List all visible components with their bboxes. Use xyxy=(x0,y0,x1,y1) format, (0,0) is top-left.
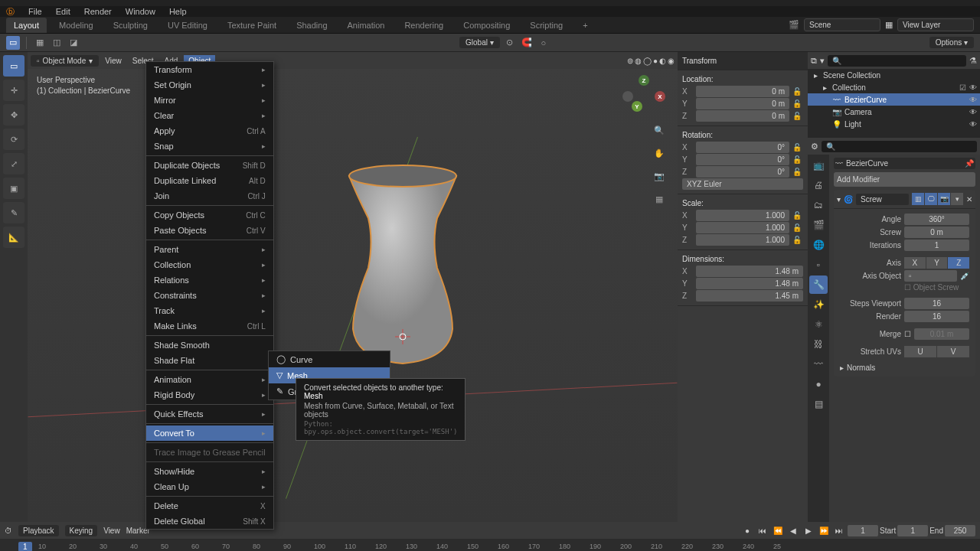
outliner-tree[interactable]: ▸Scene Collection ▸Collection☑👁 〰BezierC… xyxy=(808,69,980,138)
menu-help[interactable]: Help xyxy=(169,7,187,16)
tab-scripting[interactable]: Scripting xyxy=(522,18,570,33)
axis-btn-x[interactable]: X xyxy=(904,257,926,269)
tl-view[interactable]: View xyxy=(103,527,120,535)
shading-wire-icon[interactable]: ◯ xyxy=(643,57,652,65)
timeline-ruler[interactable]: 1 10203040506070809010011012013014015016… xyxy=(0,539,980,551)
menu-item-snap[interactable]: Snap▸ xyxy=(146,139,273,154)
zoom-icon[interactable]: 🔍 xyxy=(652,122,667,138)
tab-modeling[interactable]: Modeling xyxy=(51,18,101,33)
ptab-output[interactable]: 🖨 xyxy=(809,176,828,194)
hmenu-view[interactable]: View xyxy=(100,55,126,67)
stretch-u[interactable]: U xyxy=(904,346,936,357)
outliner-editor-icon[interactable]: ⧉ xyxy=(811,56,817,66)
tool-annotate[interactable]: ✎ xyxy=(3,202,24,223)
current-frame-field[interactable] xyxy=(848,525,878,536)
menu-item-clean-up[interactable]: Clean Up▸ xyxy=(146,479,273,494)
rot-z[interactable]: 0° xyxy=(696,166,789,178)
mod-angle[interactable]: 360° xyxy=(904,214,969,225)
tool-select-box[interactable]: ▭ xyxy=(3,55,24,77)
ptab-render[interactable]: 📺 xyxy=(809,156,828,174)
shading-rendered-icon[interactable]: ◉ xyxy=(668,57,675,65)
timeline-editor-icon[interactable]: ⏱ xyxy=(5,527,12,535)
menu-item-convert-to[interactable]: Convert To▸ xyxy=(146,425,273,441)
play-reverse-icon[interactable]: ◀ xyxy=(786,524,800,536)
mod-steps-render[interactable]: 16 xyxy=(904,311,969,322)
select-tool-icon[interactable]: ▭ xyxy=(6,36,20,50)
move-view-icon[interactable]: ✋ xyxy=(652,145,667,161)
rot-mode[interactable]: XYZ Euler xyxy=(682,178,803,190)
merge-toggle[interactable]: ☐ xyxy=(904,330,911,338)
playhead[interactable]: 1 xyxy=(18,542,32,552)
mode-select[interactable]: ▫ Object Mode ▾ xyxy=(31,55,99,67)
dim-z[interactable]: 1.45 m xyxy=(696,290,803,302)
nav-gizmo[interactable]: Z X Y xyxy=(622,75,665,118)
convert-item-curve[interactable]: ◯Curve xyxy=(269,351,390,367)
props-editor-icon[interactable]: ⚙ xyxy=(811,142,818,152)
menu-item-delete[interactable]: DeleteX xyxy=(146,498,273,514)
eyedropper-icon[interactable]: 💉 xyxy=(960,272,969,280)
mod-screw[interactable]: 0 m xyxy=(904,227,969,238)
menu-item-quick-effects[interactable]: Quick Effects▸ xyxy=(146,406,273,422)
rot-x[interactable]: 0° xyxy=(696,142,789,153)
scene-name-field[interactable] xyxy=(804,18,880,31)
menu-item-constraints[interactable]: Constraints▸ xyxy=(146,288,273,303)
menu-item-trace-image-to-grease-pencil[interactable]: Trace Image to Grease Pencil xyxy=(146,445,273,460)
loc-x[interactable]: 0 m xyxy=(696,86,789,97)
menu-item-set-origin[interactable]: Set Origin▸ xyxy=(146,77,273,93)
menu-item-shade-flat[interactable]: Shade Flat xyxy=(146,353,273,368)
stretch-v[interactable]: V xyxy=(937,346,969,357)
menu-item-shade-smooth[interactable]: Shade Smooth xyxy=(146,337,273,353)
transform-panel-title[interactable]: Transform xyxy=(682,55,803,67)
menu-window[interactable]: Window xyxy=(126,7,155,16)
menu-item-join[interactable]: JoinCtrl J xyxy=(146,188,273,204)
snap-magnet-icon[interactable]: 🧲 xyxy=(520,36,534,50)
add-modifier-button[interactable]: Add Modifier xyxy=(834,172,975,187)
scale-y[interactable]: 1.000 xyxy=(696,222,789,233)
menu-item-apply[interactable]: ApplyCtrl A xyxy=(146,123,273,139)
pin-icon[interactable]: 📌 xyxy=(965,159,974,168)
tab-add-workspace[interactable]: + xyxy=(575,18,595,33)
menu-item-animation[interactable]: Animation▸ xyxy=(146,372,273,387)
propedit-icon[interactable]: ○ xyxy=(537,36,550,50)
menu-item-rigid-body[interactable]: Rigid Body▸ xyxy=(146,387,273,403)
tab-texpaint[interactable]: Texture Paint xyxy=(220,18,284,33)
camera-view-icon[interactable]: 📷 xyxy=(652,168,667,184)
menu-edit[interactable]: Edit xyxy=(56,7,70,16)
ptab-constraints[interactable]: ⛓ xyxy=(809,335,828,354)
axis-btn-z[interactable]: Z xyxy=(948,257,969,269)
mod-render-icon[interactable]: 📷 xyxy=(938,193,950,205)
menu-item-parent[interactable]: Parent▸ xyxy=(146,242,273,257)
menu-item-transform[interactable]: Transform▸ xyxy=(146,62,273,77)
pivot-icon[interactable]: ⊙ xyxy=(503,36,517,50)
snap-grid-icon[interactable]: ▦ xyxy=(33,36,47,50)
dim-y[interactable]: 1.48 m xyxy=(696,278,803,289)
tab-layout[interactable]: Layout xyxy=(6,18,47,33)
mod-cage-icon[interactable]: ▾ xyxy=(951,193,963,205)
ptab-data[interactable]: 〰 xyxy=(809,355,828,373)
autokey-icon[interactable]: ● xyxy=(740,524,754,536)
tl-playback[interactable]: Playback xyxy=(18,525,59,536)
ptab-material[interactable]: ● xyxy=(809,375,828,393)
next-key-icon[interactable]: ⏩ xyxy=(817,524,831,536)
menu-item-duplicate-objects[interactable]: Duplicate ObjectsShift D xyxy=(146,158,273,173)
snap-e2-icon[interactable]: ◪ xyxy=(67,36,80,50)
ptab-scene[interactable]: 🎬 xyxy=(809,216,828,234)
jump-end-icon[interactable]: ⏭ xyxy=(832,524,846,536)
outliner-item-beziercurve[interactable]: 〰BezierCurve👁 xyxy=(808,93,980,106)
menu-item-clear[interactable]: Clear▸ xyxy=(146,108,273,123)
mod-realtime-icon[interactable]: 🖵 xyxy=(925,193,937,205)
prev-key-icon[interactable]: ⏪ xyxy=(771,524,785,536)
tool-scale[interactable]: ⤢ xyxy=(3,153,24,174)
rot-y[interactable]: 0° xyxy=(696,154,789,165)
outliner-item-camera[interactable]: 📷Camera👁 xyxy=(808,106,980,118)
vase-object[interactable] xyxy=(318,153,487,367)
tool-move[interactable]: ✥ xyxy=(3,104,24,126)
ptab-object[interactable]: ▫ xyxy=(809,256,828,274)
jump-start-icon[interactable]: ⏮ xyxy=(756,524,769,536)
tab-compositing[interactable]: Compositing xyxy=(456,18,518,33)
dim-x[interactable]: 1.48 m xyxy=(696,266,803,277)
end-frame-field[interactable] xyxy=(945,525,975,536)
axis-btn-y[interactable]: Y xyxy=(926,257,948,269)
overlay-toggle-icon[interactable]: ⊚ xyxy=(627,57,633,65)
orientation-select[interactable]: Global ▾ xyxy=(459,37,500,48)
